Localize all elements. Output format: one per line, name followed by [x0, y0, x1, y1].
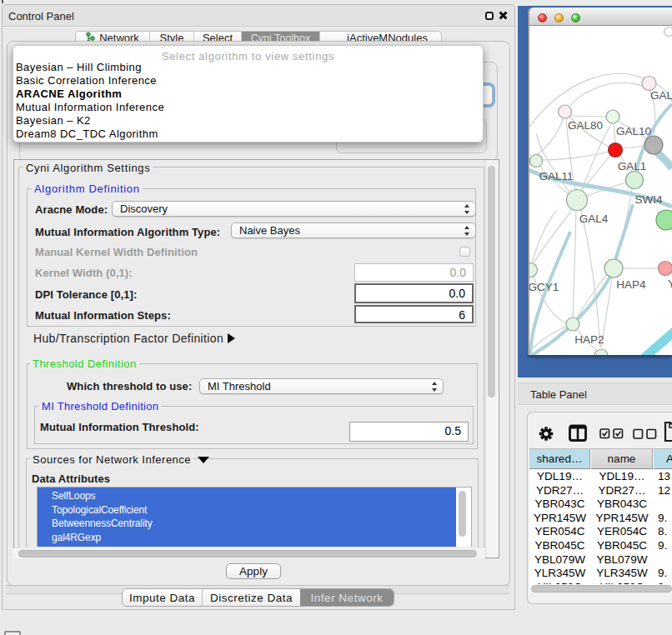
svg-text:SWI4: SWI4	[634, 193, 662, 206]
svg-text:HAP4: HAP4	[616, 278, 646, 291]
svg-text:HAP2: HAP2	[574, 333, 604, 346]
svg-text:GAL10: GAL10	[616, 125, 651, 138]
svg-text:Y: Y	[668, 278, 672, 290]
svg-text:GAL4: GAL4	[579, 212, 609, 225]
svg-text:GAL1: GAL1	[618, 160, 647, 172]
svg-text:GCY1: GCY1	[529, 281, 559, 293]
svg-text:GAL: GAL	[650, 89, 672, 102]
svg-text:GAL80: GAL80	[568, 119, 603, 132]
svg-text:GAL11: GAL11	[539, 170, 573, 182]
